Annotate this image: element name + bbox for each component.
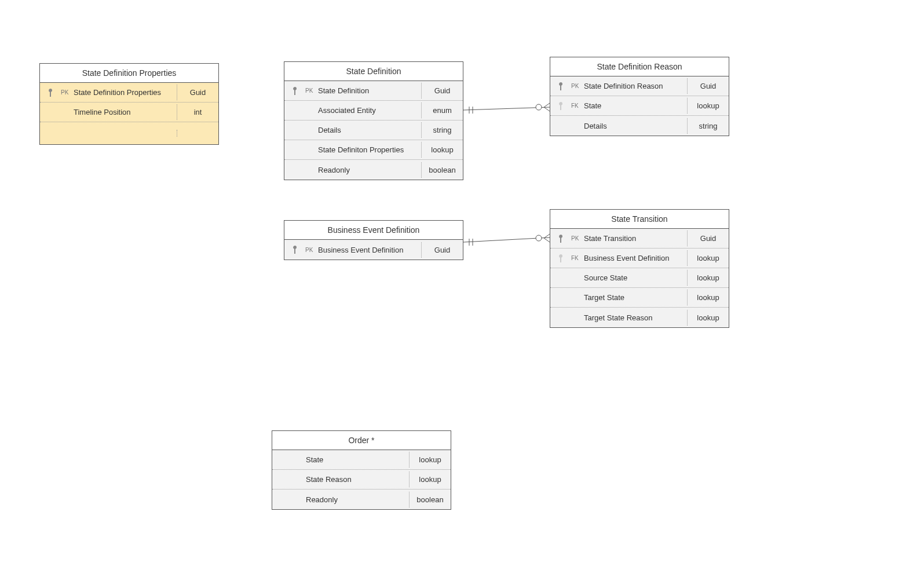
attr-type: lookup <box>687 310 729 326</box>
table-row: Timeline Position int <box>40 103 218 122</box>
table-row: State Reason lookup <box>272 470 451 490</box>
entity-title: Order * <box>272 431 451 450</box>
diagram-canvas: State Definition Properties PK State Def… <box>0 0 910 588</box>
table-row <box>40 122 218 144</box>
attr-type: lookup <box>421 142 463 158</box>
table-row: FK State lookup <box>550 96 729 116</box>
entity-body: PK State Definition Properties Guid Time… <box>40 83 218 144</box>
table-row: Associated Entity enum <box>284 101 463 120</box>
table-row: Target State Reason lookup <box>550 308 729 327</box>
attr-name: State Definiton Properties <box>316 142 421 158</box>
attr-type: enum <box>421 103 463 118</box>
attr-name: Associated Entity <box>316 103 421 118</box>
entity-state-definition-properties: State Definition Properties PK State Def… <box>39 63 219 145</box>
entity-title: State Definition Properties <box>40 64 218 83</box>
svg-line-0 <box>463 107 550 110</box>
table-row: State lookup <box>272 450 451 470</box>
key-code: PK <box>571 235 582 242</box>
attr-name: Target State Reason <box>582 310 687 326</box>
entity-title: Business Event Definition <box>284 221 463 240</box>
attr-name: State Transition <box>582 231 687 246</box>
entity-state-definition-reason: State Definition Reason PK State Definit… <box>550 57 729 136</box>
key-icon <box>284 86 305 96</box>
entity-body: PK State Definition Reason Guid FK State… <box>550 76 729 136</box>
attr-type: lookup <box>687 290 729 305</box>
svg-line-5 <box>544 107 550 111</box>
svg-point-3 <box>536 104 542 110</box>
attr-type: lookup <box>687 98 729 114</box>
attr-type: string <box>687 118 729 134</box>
attr-name: Details <box>316 122 421 138</box>
table-row: Target State lookup <box>550 288 729 308</box>
attr-type: lookup <box>687 250 729 266</box>
entity-business-event-definition: Business Event Definition PK Business Ev… <box>284 220 463 260</box>
attr-type: Guid <box>177 85 218 100</box>
table-row: PK Business Event Definition Guid <box>284 240 463 260</box>
attr-name: Business Event Definition <box>582 250 687 266</box>
table-row: PK State Transition Guid <box>550 229 729 249</box>
attr-name: State <box>304 452 409 468</box>
attr-type: int <box>177 104 218 120</box>
entity-order: Order * State lookup State Reason lookup… <box>272 430 451 510</box>
entity-state-transition: State Transition PK State Transition Gui… <box>550 209 729 328</box>
key-code: PK <box>305 87 316 94</box>
entity-body: PK State Transition Guid FK Business Eve… <box>550 229 729 327</box>
attr-type: Guid <box>421 83 463 98</box>
key-code: FK <box>571 255 582 261</box>
attr-name: State Definition Reason <box>582 78 687 94</box>
table-row: PK State Definition Properties Guid <box>40 83 218 103</box>
table-row: Readonly boolean <box>272 490 451 509</box>
attr-type: Guid <box>687 231 729 246</box>
attr-type: lookup <box>687 270 729 286</box>
attr-type: lookup <box>409 472 451 487</box>
attr-name: State Reason <box>304 472 409 487</box>
attr-type: Guid <box>687 78 729 94</box>
attr-type: lookup <box>409 452 451 468</box>
key-icon <box>550 101 571 111</box>
attr-name: State <box>582 98 687 114</box>
table-row: PK State Definition Guid <box>284 81 463 101</box>
table-row: Readonly boolean <box>284 160 463 180</box>
attr-name: State Definition Properties <box>71 85 177 100</box>
key-code: PK <box>61 89 71 96</box>
entity-title: State Transition <box>550 210 729 229</box>
key-code: FK <box>571 103 582 109</box>
key-icon <box>40 88 61 97</box>
table-row: State Definiton Properties lookup <box>284 140 463 160</box>
attr-name: Target State <box>582 290 687 305</box>
attr-name: State Definition <box>316 83 421 98</box>
attr-name: Readonly <box>304 492 409 507</box>
attr-type: Guid <box>421 242 463 258</box>
attr-type: boolean <box>409 492 451 507</box>
entity-state-definition: State Definition PK State Definition Gui… <box>284 61 463 180</box>
svg-line-11 <box>544 238 550 242</box>
attr-type: boolean <box>421 162 463 178</box>
table-row: Source State lookup <box>550 268 729 288</box>
svg-line-6 <box>463 238 550 242</box>
key-icon <box>550 82 571 91</box>
key-code: PK <box>571 83 582 89</box>
key-icon <box>550 254 571 263</box>
svg-point-9 <box>536 235 542 241</box>
key-icon <box>284 245 305 254</box>
svg-line-4 <box>544 103 550 107</box>
table-row: Details string <box>284 120 463 140</box>
table-row: Details string <box>550 116 729 136</box>
table-row: PK State Definition Reason Guid <box>550 76 729 96</box>
svg-line-10 <box>544 234 550 238</box>
entity-title: State Definition <box>284 62 463 81</box>
entity-title: State Definition Reason <box>550 57 729 76</box>
entity-body: PK Business Event Definition Guid <box>284 240 463 260</box>
key-code: PK <box>305 247 316 253</box>
attr-type: string <box>421 122 463 138</box>
entity-body: PK State Definition Guid Associated Enti… <box>284 81 463 180</box>
attr-name: Source State <box>582 270 687 286</box>
attr-name: Readonly <box>316 162 421 178</box>
key-icon <box>550 234 571 243</box>
attr-name: Details <box>582 118 687 134</box>
attr-name: Timeline Position <box>71 104 177 120</box>
entity-body: State lookup State Reason lookup Readonl… <box>272 450 451 509</box>
table-row: FK Business Event Definition lookup <box>550 249 729 268</box>
attr-name: Business Event Definition <box>316 242 421 258</box>
